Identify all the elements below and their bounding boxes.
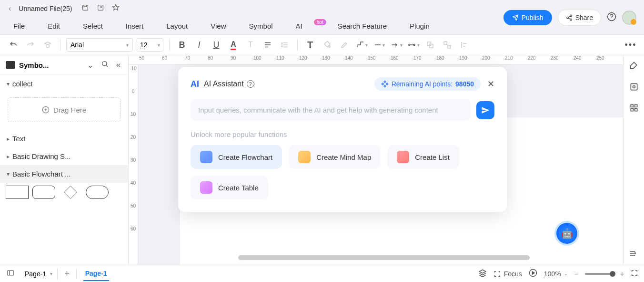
page-layout-icon[interactable] bbox=[6, 269, 15, 279]
export-icon[interactable] bbox=[97, 4, 104, 13]
page-select[interactable]: Page-1▾ bbox=[20, 268, 58, 280]
undo-icon[interactable] bbox=[7, 38, 20, 52]
zoom-in-icon[interactable]: + bbox=[620, 270, 624, 278]
chevron-down-icon: ▾ bbox=[7, 81, 10, 87]
sidebar-section-basic-flowchart[interactable]: ▾Basic Flowchart ... bbox=[0, 165, 128, 183]
font-select[interactable]: Arial▾ bbox=[66, 38, 133, 52]
shape-diamond[interactable] bbox=[64, 186, 77, 199]
page-tab[interactable]: Page-1 bbox=[83, 267, 109, 281]
menu-layout[interactable]: Layout bbox=[166, 22, 188, 30]
publish-label: Publish bbox=[522, 14, 543, 21]
shape-rounded[interactable] bbox=[32, 186, 55, 199]
group-icon[interactable] bbox=[423, 38, 437, 52]
outline-icon[interactable] bbox=[628, 250, 637, 259]
search-icon[interactable] bbox=[99, 60, 111, 70]
ai-help-icon[interactable]: ? bbox=[247, 80, 254, 88]
save-icon[interactable] bbox=[81, 4, 89, 13]
fullscreen-icon[interactable] bbox=[631, 269, 638, 278]
line-style-icon[interactable]: ▾ bbox=[372, 38, 385, 52]
svg-rect-0 bbox=[83, 5, 88, 10]
line-endpoints-icon[interactable]: ▾ bbox=[406, 38, 420, 52]
svg-point-7 bbox=[413, 44, 415, 46]
pen-icon[interactable] bbox=[338, 38, 351, 52]
menu-search[interactable]: Search Feature bbox=[338, 22, 387, 30]
sidebar-section-text[interactable]: ▸Text bbox=[0, 130, 128, 147]
menu-plugin[interactable]: Plugin bbox=[410, 22, 430, 30]
menu-file[interactable]: File bbox=[13, 22, 25, 30]
svg-rect-11 bbox=[448, 45, 451, 48]
properties-icon[interactable] bbox=[629, 82, 639, 94]
share-button[interactable]: Share bbox=[558, 10, 601, 26]
avatar[interactable] bbox=[622, 10, 636, 25]
menu-ai[interactable]: AIhot bbox=[296, 22, 315, 30]
points-icon bbox=[381, 80, 389, 88]
menu-view[interactable]: View bbox=[211, 22, 226, 30]
filename[interactable]: Unnamed File(25) bbox=[19, 5, 72, 12]
add-page-button[interactable]: + bbox=[58, 269, 77, 279]
chevron-down-icon: ▾ bbox=[126, 42, 129, 48]
align-objects-icon[interactable] bbox=[458, 38, 471, 52]
help-icon[interactable] bbox=[607, 12, 616, 23]
list-icon bbox=[397, 151, 409, 163]
text-tool-icon[interactable]: T bbox=[303, 38, 317, 52]
ai-card-table[interactable]: Create Table bbox=[191, 176, 268, 199]
fill-tool-icon[interactable] bbox=[629, 61, 639, 73]
underline-icon[interactable]: U bbox=[210, 38, 223, 52]
sidebar-section-basic-drawing[interactable]: ▸Basic Drawing S... bbox=[0, 147, 128, 165]
publish-button[interactable]: Publish bbox=[503, 10, 552, 25]
ai-input[interactable]: Input queries, communicate with the AI a… bbox=[191, 99, 471, 121]
ai-card-list[interactable]: Create List bbox=[387, 145, 459, 169]
zoom-slider[interactable] bbox=[585, 273, 614, 275]
svg-rect-16 bbox=[631, 104, 633, 107]
menu-select[interactable]: Select bbox=[83, 22, 103, 30]
text-size-icon[interactable]: T bbox=[244, 38, 257, 52]
sidebar-section-collect[interactable]: ▾collect bbox=[0, 75, 128, 93]
svg-rect-19 bbox=[634, 109, 637, 111]
chevron-down-icon: ▾ bbox=[158, 42, 160, 48]
send-icon bbox=[481, 106, 490, 115]
drag-here-box[interactable]: Drag Here bbox=[8, 97, 121, 122]
connector-icon[interactable]: ▾ bbox=[355, 38, 368, 52]
expand-icon[interactable]: ⌄ bbox=[85, 61, 95, 70]
align-icon[interactable] bbox=[261, 38, 274, 52]
close-icon[interactable]: ✕ bbox=[487, 79, 494, 89]
arrow-style-icon[interactable]: ▾ bbox=[389, 38, 402, 52]
ai-send-button[interactable] bbox=[476, 101, 494, 119]
ai-points-badge[interactable]: Remaining AI points: 98050 bbox=[374, 77, 481, 91]
more-icon[interactable]: ••• bbox=[624, 38, 637, 52]
back-icon[interactable]: ‹ bbox=[5, 4, 15, 13]
shape-rectangle[interactable] bbox=[6, 186, 29, 199]
format-painter-icon[interactable] bbox=[41, 38, 54, 52]
shape-terminator[interactable] bbox=[86, 186, 109, 199]
horizontal-scrollbar[interactable] bbox=[238, 255, 530, 260]
ai-assistant-panel: AI AI Assistant ? Remaining AI points: 9… bbox=[178, 67, 507, 212]
plus-icon bbox=[42, 106, 50, 114]
menu-insert[interactable]: Insert bbox=[126, 22, 144, 30]
collapse-icon[interactable]: « bbox=[114, 61, 122, 69]
bold-icon[interactable]: B bbox=[175, 38, 189, 52]
ai-logo-icon: AI bbox=[191, 79, 199, 89]
zoom-control[interactable]: 100%⌄ bbox=[544, 270, 568, 278]
play-icon[interactable] bbox=[529, 269, 537, 279]
menu-symbol[interactable]: Symbol bbox=[249, 22, 273, 30]
ai-card-mindmap[interactable]: Create Mind Map bbox=[289, 145, 381, 169]
grid-icon[interactable] bbox=[629, 103, 639, 115]
layers-icon[interactable] bbox=[478, 269, 487, 279]
star-icon[interactable] bbox=[112, 4, 120, 13]
chevron-down-icon: ▾ bbox=[50, 271, 52, 276]
shape-palette bbox=[0, 183, 128, 202]
italic-icon[interactable]: I bbox=[192, 38, 206, 52]
menu-edit[interactable]: Edit bbox=[48, 22, 60, 30]
ai-float-button[interactable]: 🤖 bbox=[556, 223, 577, 244]
redo-icon[interactable] bbox=[24, 38, 37, 52]
ungroup-icon[interactable] bbox=[441, 38, 454, 52]
line-spacing-icon[interactable] bbox=[278, 38, 292, 52]
zoom-out-icon[interactable]: − bbox=[574, 270, 578, 278]
fill-icon[interactable] bbox=[321, 38, 334, 52]
font-size-select[interactable]: 12▾ bbox=[137, 38, 163, 52]
ruler-horizontal: 5060708090100110120130140150160170180190… bbox=[129, 55, 623, 65]
focus-button[interactable]: Focus bbox=[493, 270, 522, 278]
share-label: Share bbox=[575, 14, 593, 21]
ai-card-flowchart[interactable]: Create Flowchart bbox=[191, 145, 282, 169]
text-color-icon[interactable]: A bbox=[227, 38, 240, 52]
